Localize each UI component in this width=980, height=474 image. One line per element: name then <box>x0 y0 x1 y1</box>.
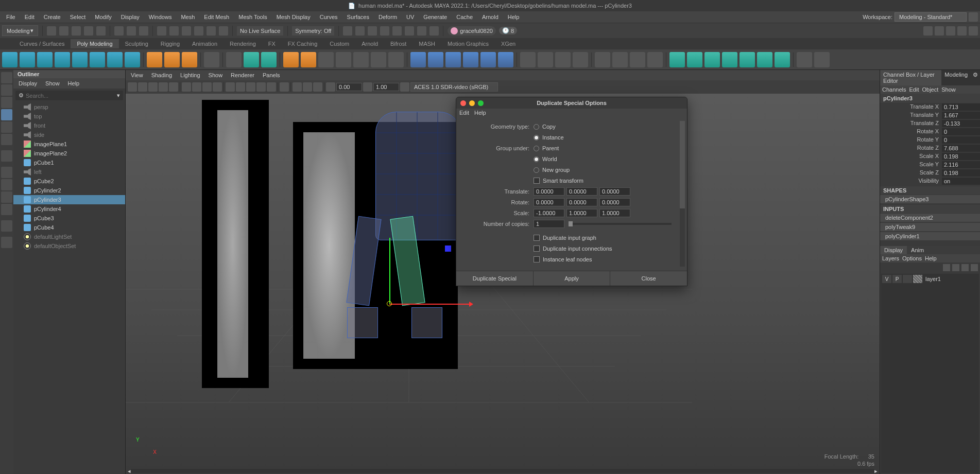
redo-icon[interactable] <box>96 26 106 36</box>
smooth-proxy-icon[interactable] <box>371 52 386 67</box>
outliner-item-imagePlane2[interactable]: imagePlane2 <box>13 149 125 158</box>
paint-select-icon[interactable] <box>139 26 148 36</box>
close-button[interactable]: Close <box>610 271 687 286</box>
outliner-item-pCylinder4[interactable]: pCylinder4 <box>13 204 125 214</box>
shape-node[interactable]: pCylinderShape3 <box>880 195 980 203</box>
gamma-value[interactable]: 1.00 <box>373 83 399 91</box>
pivot-icon[interactable] <box>244 52 259 67</box>
cb-menu-object[interactable]: Object <box>922 86 938 93</box>
input-node-0[interactable]: deleteComponent2 <box>880 214 980 222</box>
lasso-icon[interactable] <box>127 26 136 36</box>
scale-y[interactable]: 1.0000 <box>566 209 597 217</box>
window-close-icon[interactable] <box>460 100 466 106</box>
grease-pencil-icon[interactable] <box>169 82 178 92</box>
copies-slider[interactable] <box>569 223 672 225</box>
fill-hole-icon[interactable] <box>463 52 478 67</box>
svg-icon[interactable] <box>182 52 197 67</box>
layer-move-down-icon[interactable] <box>952 264 959 271</box>
target-weld-icon[interactable] <box>538 52 553 67</box>
outliner-menu-help[interactable]: Help <box>65 79 83 87</box>
menu-edit-mesh[interactable]: Edit Mesh <box>200 13 233 21</box>
menu-edit[interactable]: Edit <box>21 13 39 21</box>
menu-mesh-display[interactable]: Mesh Display <box>272 13 315 21</box>
pause-icon[interactable] <box>429 26 439 36</box>
outliner-item-side[interactable]: side <box>13 130 125 139</box>
dialog-scrollbar[interactable] <box>680 121 685 267</box>
gizmo-z-handle[interactable] <box>445 245 451 252</box>
attr-name[interactable]: Scale Z <box>880 169 942 177</box>
poly-cylinder-icon[interactable] <box>37 52 53 67</box>
last-tool-icon[interactable] <box>1 150 12 162</box>
normal-icon-2[interactable] <box>814 52 830 67</box>
menu-uv[interactable]: UV <box>402 13 418 21</box>
checkbox-dup-graph[interactable]: Duplicate input graph <box>534 234 596 241</box>
snap-live-icon[interactable] <box>207 26 216 36</box>
gamma-reset-icon[interactable] <box>363 82 372 92</box>
checkbox-dup-conn[interactable]: Duplicate input connections <box>534 245 612 252</box>
toggle-icon[interactable] <box>417 26 426 36</box>
translate-x[interactable]: 0.0000 <box>534 187 564 196</box>
hypershade-icon[interactable] <box>380 26 389 36</box>
grid-icon[interactable] <box>182 82 191 92</box>
panel-layout-icon-2[interactable] <box>935 26 944 36</box>
layer-menu-options[interactable]: Options <box>902 255 922 261</box>
view-transform-icon[interactable] <box>400 82 409 92</box>
menu-windows[interactable]: Windows <box>145 13 176 21</box>
layout-two-side-icon[interactable] <box>1 191 12 203</box>
copies-input[interactable]: 1 <box>534 220 564 228</box>
gizmo-center[interactable] <box>387 301 392 306</box>
scale-x[interactable]: -1.0000 <box>534 209 564 217</box>
shelf-tab-arnold[interactable]: Arnold <box>355 39 384 48</box>
quad-draw-icon[interactable] <box>595 52 610 67</box>
isolate-icon[interactable] <box>280 82 289 92</box>
attr-value[interactable]: 1.667 <box>942 112 980 119</box>
shelf-tab-animation[interactable]: Animation <box>186 39 223 48</box>
sculpt-icon[interactable] <box>630 52 645 67</box>
select-mode-icon[interactable] <box>114 26 124 36</box>
checkbox-smart-transform[interactable]: Smart transform <box>534 177 583 184</box>
combine-icon[interactable] <box>283 52 299 67</box>
panel-layout-icon-4[interactable] <box>957 26 967 36</box>
snap-point-icon[interactable] <box>182 26 191 36</box>
append-icon[interactable] <box>480 52 496 67</box>
sweep-icon[interactable] <box>147 52 162 67</box>
poly-disc-icon[interactable] <box>107 52 123 67</box>
undo-icon[interactable] <box>84 26 93 36</box>
layer-visibility-toggle[interactable]: V <box>882 275 891 283</box>
insert-edge-icon[interactable] <box>573 52 588 67</box>
menu-help[interactable]: Help <box>504 13 524 21</box>
paint-tool-icon[interactable] <box>1 97 12 108</box>
snap-plane-icon[interactable] <box>194 26 203 36</box>
rotate-z[interactable]: 0.0000 <box>599 198 630 206</box>
snap-curve-icon[interactable] <box>169 26 179 36</box>
checkbox-inst-leaf[interactable]: Instance leaf nodes <box>534 256 592 263</box>
layer-move-up-icon[interactable] <box>943 264 950 271</box>
layer-menu-help[interactable]: Help <box>925 255 937 261</box>
bookmark-icon[interactable] <box>138 82 147 92</box>
vp-menu-lighting[interactable]: Lighting <box>177 71 203 79</box>
translate-z[interactable]: 0.0000 <box>599 187 630 196</box>
retopo-icon-7[interactable] <box>775 52 790 67</box>
move-tool-icon[interactable] <box>1 109 12 120</box>
image-plane-icon[interactable] <box>148 82 158 92</box>
radio-instance[interactable]: Instance <box>534 134 564 141</box>
extrude-icon[interactable] <box>410 52 426 67</box>
outliner-item-pCube4[interactable]: pCube4 <box>13 223 125 232</box>
scale-z[interactable]: 1.0000 <box>599 209 630 217</box>
outliner-item-front[interactable]: front <box>13 121 125 130</box>
cb-menu-edit[interactable]: Edit <box>909 86 919 93</box>
2d-pan-icon[interactable] <box>159 82 168 92</box>
radio-new-group[interactable]: New group <box>534 166 570 173</box>
layout-four-icon[interactable] <box>1 179 12 190</box>
dialog-menu-help[interactable]: Help <box>474 110 486 116</box>
snap-view-icon[interactable] <box>219 26 228 36</box>
colorspace-selector[interactable]: ACES 1.0 SDR-video (sRGB) <box>410 82 498 92</box>
window-minimize-icon[interactable] <box>469 100 475 106</box>
shelf-tab-fxcaching[interactable]: FX Caching <box>282 39 323 48</box>
poly-cube-icon[interactable] <box>20 52 35 67</box>
shelf-tab-rendering[interactable]: Rendering <box>223 39 262 48</box>
apply-button[interactable]: Apply <box>534 271 611 286</box>
textured-icon[interactable] <box>246 82 255 92</box>
radio-copy[interactable]: Copy <box>534 123 556 130</box>
reduce-icon[interactable] <box>388 52 404 67</box>
